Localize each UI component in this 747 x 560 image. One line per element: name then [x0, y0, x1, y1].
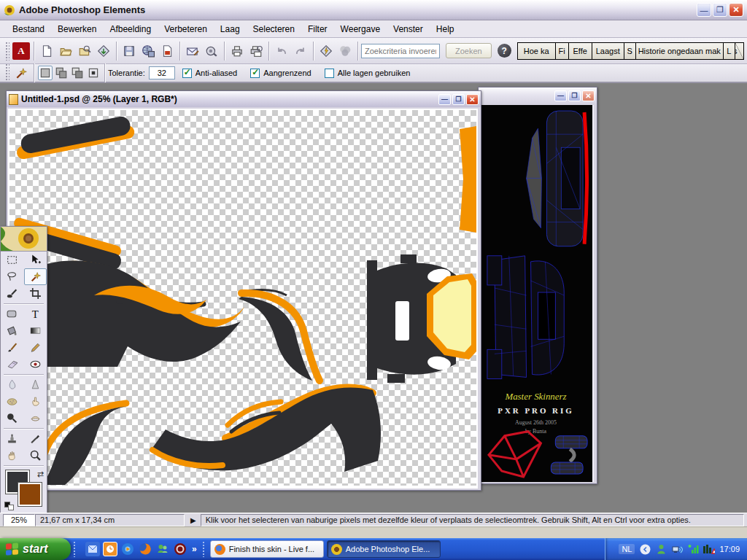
hand-tool[interactable] — [1, 447, 24, 464]
tab-filters[interactable]: Fi — [556, 43, 569, 59]
psd-minimize-button[interactable]: — — [438, 94, 451, 105]
dodge-tool[interactable] — [1, 410, 24, 427]
firefox-icon[interactable] — [138, 542, 152, 556]
paint-bucket-tool[interactable] — [1, 322, 24, 339]
language-indicator[interactable]: NL — [619, 544, 635, 554]
pencil-tool[interactable] — [24, 339, 47, 356]
tab-tips[interactable]: Tips — [735, 43, 743, 59]
menu-venster[interactable]: Venster — [387, 22, 430, 36]
menu-laag[interactable]: Laag — [214, 22, 247, 36]
menu-filter[interactable]: Filter — [301, 22, 334, 36]
messenger-tray-icon[interactable] — [655, 543, 667, 555]
toolbar-grip[interactable] — [5, 42, 9, 61]
create-pdf-button[interactable] — [158, 42, 176, 60]
attach-email-button[interactable] — [184, 42, 201, 60]
clock-app-icon[interactable] — [103, 542, 117, 556]
redo-button[interactable] — [292, 42, 309, 60]
help-icon[interactable]: ? — [498, 44, 511, 58]
signal-strength-icon[interactable] — [687, 543, 699, 555]
messenger-icon[interactable] — [155, 542, 170, 556]
activity-warning-icon[interactable] — [703, 543, 715, 555]
online-services-button[interactable] — [203, 42, 220, 60]
search-input[interactable] — [361, 44, 440, 58]
anti-aliased-checkbox[interactable]: Anti-aliased — [182, 69, 237, 78]
clone-stamp-tool[interactable] — [1, 430, 24, 447]
psd-close-button[interactable]: ✕ — [466, 94, 479, 105]
start-button[interactable]: start — [0, 538, 71, 560]
selection-brush-tool[interactable] — [1, 285, 24, 302]
menu-bewerken[interactable]: Bewerken — [51, 22, 103, 36]
palette-header[interactable] — [1, 227, 47, 252]
psd-titlebar[interactable]: Untitled-1.psd @ 25% (Layer 1, RGB*) — ❐… — [7, 91, 481, 107]
texture-window[interactable]: — ❐ ✕ — [478, 87, 597, 484]
background-color-swatch[interactable] — [18, 483, 42, 506]
menu-selecteren[interactable]: Selecteren — [247, 22, 301, 36]
quick-fix-button[interactable] — [317, 42, 335, 60]
psd-canvas[interactable] — [8, 109, 478, 489]
tab-hoe-kan-ik[interactable]: Hoe ka — [518, 43, 556, 59]
tolerance-input[interactable] — [149, 66, 175, 79]
lasso-tool[interactable] — [1, 268, 24, 285]
task-button-photoshop[interactable]: Adobe Photoshop Ele... — [327, 540, 441, 558]
psd-maximize-button[interactable]: ❐ — [452, 94, 465, 105]
open-file-button[interactable] — [57, 42, 74, 60]
subtract-selection-mode[interactable] — [70, 66, 85, 80]
save-button[interactable] — [120, 42, 138, 60]
psd-document-window[interactable]: Untitled-1.psd @ 25% (Layer 1, RGB*) — ❐… — [6, 90, 481, 491]
add-selection-mode[interactable] — [54, 66, 69, 80]
texture-canvas[interactable]: Master Skinnerz PXR PRO RIG August 26th … — [480, 105, 594, 482]
undo-button[interactable] — [273, 42, 290, 60]
brush-tool[interactable] — [1, 339, 24, 356]
hide-icons-chevron[interactable] — [639, 543, 651, 555]
magic-wand-tool[interactable] — [24, 268, 47, 285]
close-button[interactable]: ✕ — [729, 3, 743, 17]
menu-bestand[interactable]: Bestand — [6, 22, 51, 36]
tab-s[interactable]: S — [624, 43, 636, 59]
quicklaunch-overflow-chevron[interactable]: » — [192, 544, 197, 554]
tab-l[interactable]: L — [724, 43, 735, 59]
new-file-button[interactable] — [38, 42, 55, 60]
texture-maximize-button[interactable]: ❐ — [568, 90, 581, 101]
burn-tool[interactable] — [24, 410, 47, 427]
maximize-button[interactable]: ❐ — [713, 3, 727, 17]
texture-window-titlebar[interactable]: — ❐ ✕ — [479, 88, 597, 104]
status-popup-arrow-icon[interactable]: ▶ — [190, 516, 196, 524]
new-selection-mode[interactable] — [38, 66, 53, 80]
default-colors-icon[interactable] — [4, 502, 15, 510]
shape-tool[interactable] — [1, 306, 24, 322]
tab-laagstijlen[interactable]: Laagst — [592, 43, 624, 59]
menu-verbeteren[interactable]: Verbeteren — [158, 22, 214, 36]
red-eye-brush-tool[interactable] — [24, 356, 47, 373]
task-button-firefox[interactable]: Finish this skin - Live f... — [210, 540, 324, 558]
swap-colors-icon[interactable]: ⇄ — [37, 470, 44, 479]
type-tool[interactable]: T — [24, 306, 47, 322]
rect-marquee-tool[interactable] — [1, 252, 24, 268]
options-grip[interactable] — [5, 63, 9, 82]
save-for-web-button[interactable] — [139, 42, 157, 60]
browser-ring-icon[interactable] — [173, 542, 187, 556]
contiguous-checkbox[interactable]: Aangrenzend — [250, 69, 311, 78]
wireless-network-icon[interactable] — [671, 543, 683, 555]
eraser-tool[interactable] — [1, 356, 24, 373]
tab-effecten[interactable]: Effe — [569, 43, 592, 59]
move-tool[interactable] — [24, 252, 47, 268]
smudge-tool[interactable] — [24, 393, 47, 410]
media-player-icon[interactable] — [120, 542, 135, 556]
print-multiple-button[interactable] — [247, 42, 265, 60]
crop-tool[interactable] — [24, 285, 47, 302]
sharpen-tool[interactable] — [24, 376, 47, 393]
zoom-tool[interactable] — [24, 447, 47, 464]
blur-tool[interactable] — [1, 376, 24, 393]
minimize-button[interactable]: — — [697, 3, 711, 17]
texture-minimize-button[interactable]: — — [554, 90, 567, 101]
color-variations-button[interactable] — [336, 42, 354, 60]
menu-afbeelding[interactable]: Afbeelding — [103, 22, 158, 36]
tab-historie[interactable]: Historie ongedaan mak — [636, 43, 724, 59]
gradient-tool[interactable] — [24, 322, 47, 339]
search-button[interactable]: Zoeken — [446, 43, 492, 58]
import-button[interactable] — [95, 42, 112, 60]
sponge-tool[interactable] — [1, 393, 24, 410]
texture-close-button[interactable]: ✕ — [582, 90, 595, 101]
all-layers-checkbox[interactable]: Alle lagen gebruiken — [325, 69, 411, 78]
print-button[interactable] — [228, 42, 246, 60]
